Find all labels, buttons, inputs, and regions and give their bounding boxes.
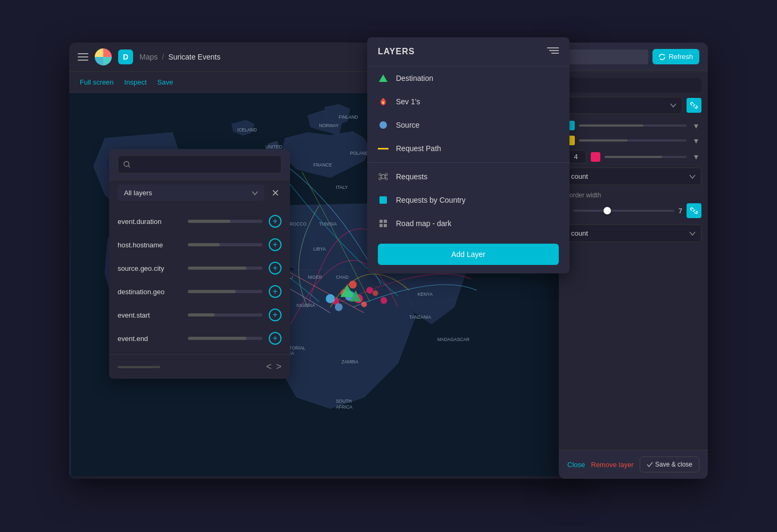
field-item-destination-geo[interactable]: destination.geo + bbox=[109, 280, 290, 303]
search-bar[interactable] bbox=[118, 155, 282, 173]
link-button-1[interactable] bbox=[687, 98, 701, 113]
chevron-down-3[interactable]: ▾ bbox=[691, 152, 701, 162]
svg-line-51 bbox=[128, 166, 130, 168]
refresh-icon bbox=[659, 54, 665, 60]
field-item-event-duration[interactable]: event.duration + bbox=[109, 210, 290, 233]
breadcrumb: Maps / Suricate Events bbox=[139, 53, 220, 61]
field-item-host-hostname[interactable]: host.hostname + bbox=[109, 233, 290, 256]
border-max: 7 bbox=[679, 207, 682, 215]
svg-text:LIBYA: LIBYA bbox=[313, 246, 326, 252]
svg-text:ITALY: ITALY bbox=[336, 185, 348, 190]
add-field-host-hostname[interactable]: + bbox=[269, 238, 282, 251]
svg-text:NIGER: NIGER bbox=[308, 275, 322, 280]
requests-by-country-layer-icon bbox=[378, 195, 388, 205]
layer-item-source[interactable]: Source bbox=[367, 113, 569, 137]
svg-point-55 bbox=[381, 174, 385, 179]
svg-text:AFRICA: AFRICA bbox=[336, 404, 352, 410]
svg-point-56 bbox=[379, 173, 381, 176]
add-field-source-geo-city[interactable]: + bbox=[269, 262, 282, 275]
app-logo bbox=[95, 48, 112, 65]
color-slider-3[interactable] bbox=[605, 156, 687, 158]
field-item-event-start[interactable]: event.start + bbox=[109, 303, 290, 327]
layer-name-road-map: Road map - dark bbox=[396, 219, 451, 228]
svg-point-6 bbox=[349, 281, 357, 289]
left-panel: All layers ✕ event.duration + host.hostn… bbox=[109, 149, 290, 379]
svg-point-7 bbox=[361, 302, 367, 307]
count-select-2[interactable]: count bbox=[565, 225, 701, 242]
color-swatch-3[interactable] bbox=[591, 152, 600, 162]
add-field-destination-geo[interactable]: + bbox=[269, 285, 282, 298]
add-field-event-start[interactable]: + bbox=[269, 309, 282, 321]
layer-name-request-path: Request Path bbox=[396, 144, 441, 153]
layers-header: LAYERS bbox=[367, 37, 569, 66]
search-icon bbox=[123, 161, 130, 168]
layer-item-sev1[interactable]: Sev 1's bbox=[367, 90, 569, 113]
layer-name-source: Source bbox=[396, 121, 419, 129]
checkmark-icon bbox=[647, 462, 653, 467]
svg-text:TUNISIA: TUNISIA bbox=[319, 221, 337, 227]
link-button-2[interactable] bbox=[687, 203, 701, 218]
svg-text:NIGERIA: NIGERIA bbox=[296, 303, 315, 308]
close-panel-button[interactable]: Close bbox=[567, 461, 585, 469]
field-list: event.duration + host.hostname + source.… bbox=[109, 205, 290, 354]
svg-point-50 bbox=[124, 161, 129, 166]
chevron-down-2[interactable]: ▾ bbox=[691, 135, 701, 146]
border-width-row: 1 7 bbox=[565, 203, 701, 218]
hamburger-menu-icon[interactable] bbox=[78, 53, 88, 61]
close-filter-button[interactable]: ✕ bbox=[269, 187, 282, 200]
sev1-layer-icon bbox=[378, 96, 388, 107]
next-arrow[interactable]: > bbox=[276, 361, 282, 372]
chevron-down-1[interactable]: ▾ bbox=[691, 120, 701, 131]
svg-text:KENYA: KENYA bbox=[418, 292, 433, 297]
svg-point-59 bbox=[385, 178, 387, 180]
chevron-down-icon bbox=[252, 191, 258, 195]
add-layer-button[interactable]: Add Layer bbox=[378, 244, 559, 265]
layer-item-road-map[interactable]: Road map - dark bbox=[367, 212, 569, 235]
layer-select-dropdown[interactable]: All layers bbox=[118, 185, 264, 201]
breadcrumb-separator: / bbox=[162, 53, 164, 61]
maps-link[interactable]: Maps bbox=[139, 53, 158, 61]
right-settings-panel: Refresh bbox=[559, 43, 708, 479]
footer-dots bbox=[118, 366, 160, 368]
layers-menu-icon[interactable] bbox=[547, 47, 559, 56]
layer-item-request-path[interactable]: Request Path bbox=[367, 137, 569, 160]
field-item-source-geo-city[interactable]: source.geo.city + bbox=[109, 256, 290, 280]
border-width-slider[interactable] bbox=[573, 210, 674, 212]
color-slider-2[interactable] bbox=[579, 139, 687, 142]
add-field-event-duration[interactable]: + bbox=[269, 215, 282, 228]
svg-point-57 bbox=[385, 173, 387, 176]
svg-point-9 bbox=[373, 290, 378, 296]
fullscreen-link[interactable]: Full screen bbox=[80, 78, 114, 86]
search-input[interactable] bbox=[135, 161, 276, 169]
road-map-layer-icon bbox=[378, 218, 388, 229]
svg-line-65 bbox=[693, 210, 695, 212]
border-width-section: Border width 1 7 bbox=[565, 192, 701, 218]
color-row-1: ▾ bbox=[565, 120, 701, 131]
layer-item-requests-by-country[interactable]: Requests by Country bbox=[367, 188, 569, 212]
layer-item-destination[interactable]: Destination bbox=[367, 66, 569, 90]
prev-arrow[interactable]: < bbox=[266, 361, 272, 372]
svg-text:TANZANIA: TANZANIA bbox=[409, 314, 432, 320]
count-select-1[interactable]: count bbox=[565, 168, 701, 185]
inspect-link[interactable]: Inspect bbox=[125, 78, 147, 86]
count-select-chevron-2 bbox=[689, 231, 696, 236]
nav-arrows: < > bbox=[266, 361, 282, 372]
layer-name-requests: Requests bbox=[396, 172, 427, 181]
svg-text:FINLAND: FINLAND bbox=[338, 114, 358, 120]
svg-text:FRANCE: FRANCE bbox=[313, 162, 332, 168]
save-close-button[interactable]: Save & close bbox=[640, 456, 699, 472]
right-panel-top: Refresh bbox=[559, 43, 708, 71]
remove-layer-button[interactable]: Remove layer bbox=[591, 461, 634, 469]
refresh-button[interactable]: Refresh bbox=[652, 49, 699, 64]
layer-item-requests[interactable]: Requests bbox=[367, 165, 569, 188]
svg-line-64 bbox=[693, 104, 695, 106]
svg-point-8 bbox=[381, 297, 387, 304]
svg-point-13 bbox=[335, 303, 343, 311]
color-slider-1[interactable] bbox=[579, 124, 687, 127]
svg-text:MADAGASCAR: MADAGASCAR bbox=[437, 337, 469, 342]
add-field-event-end[interactable]: + bbox=[269, 332, 282, 345]
field-item-event-end[interactable]: event.end + bbox=[109, 327, 290, 350]
layer-filter-row: All layers ✕ bbox=[109, 180, 290, 205]
save-link[interactable]: Save bbox=[158, 78, 173, 86]
count-select-chevron-1 bbox=[689, 174, 696, 179]
